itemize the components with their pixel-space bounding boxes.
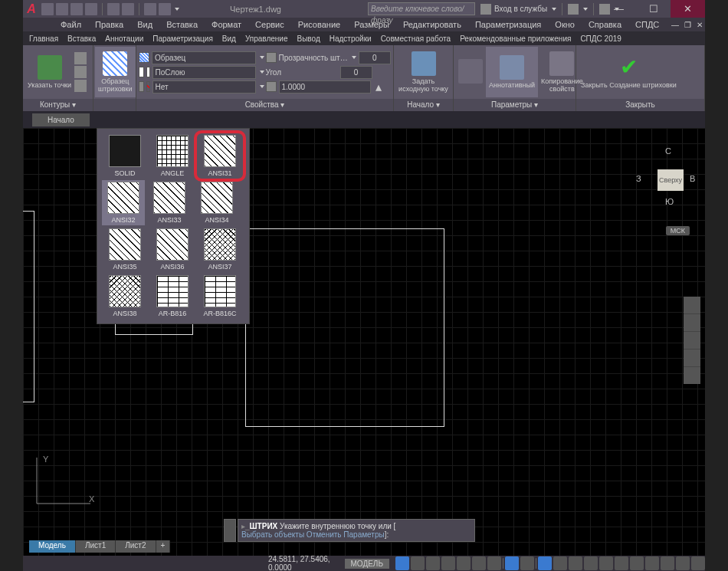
pattern-type-select[interactable]: [152, 51, 256, 64]
rtab-output[interactable]: Вывод: [293, 33, 325, 44]
doc-restore-icon[interactable]: ❐: [682, 19, 693, 30]
cart-icon[interactable]: [568, 4, 579, 15]
associative-button[interactable]: [455, 47, 486, 97]
close-hatch-button[interactable]: ✔ Закрыть Создание штриховки: [578, 47, 680, 97]
viewcube-north[interactable]: С: [665, 146, 671, 156]
transparency-input[interactable]: [359, 51, 391, 64]
login-area[interactable]: Вход в службы: [480, 3, 619, 15]
customize-icon[interactable]: [691, 556, 705, 570]
viewcube-top[interactable]: Сверху: [657, 169, 684, 191]
qat-redo-icon[interactable]: [122, 3, 134, 15]
minimize-button[interactable]: —: [602, 0, 636, 18]
rtab-insert[interactable]: Вставка: [63, 33, 100, 44]
maximize-button[interactable]: ☐: [636, 0, 671, 18]
menu-edit[interactable]: Правка: [88, 18, 130, 31]
rtab-spds[interactable]: СПДС 2019: [576, 33, 625, 44]
menu-format[interactable]: Формат: [205, 18, 248, 31]
pattern-ansi35[interactable]: ANSI35: [103, 228, 146, 271]
command-line-handle[interactable]: [224, 519, 236, 542]
ortho-toggle-icon[interactable]: [426, 556, 440, 570]
view-cube[interactable]: С Ю З В Сверху: [631, 143, 700, 212]
clean-screen-icon[interactable]: [676, 556, 690, 570]
remove-icon[interactable]: [74, 66, 87, 78]
pattern-ansi33[interactable]: ANSI33: [148, 182, 191, 224]
annotative-button[interactable]: Аннотативный: [486, 47, 538, 97]
hatch-color-select[interactable]: [152, 66, 256, 79]
annotation-monitor-icon[interactable]: [584, 556, 598, 570]
pattern-ansi31[interactable]: ANSI31: [198, 135, 241, 177]
rtab-annotate[interactable]: Аннотации: [100, 33, 148, 44]
nav-pan-icon[interactable]: [684, 314, 700, 331]
qat-undo-icon[interactable]: [107, 3, 120, 15]
menu-draw[interactable]: Рисование: [291, 18, 347, 31]
dropdown-icon[interactable]: [260, 85, 264, 88]
drawing-canvas[interactable]: SOLIDANGLEANSI31ANSI32ANSI33ANSI34ANSI35…: [23, 128, 705, 571]
layout-sheet1[interactable]: Лист1: [76, 540, 116, 553]
qat-plot-icon[interactable]: [159, 3, 171, 15]
rtab-collab[interactable]: Совместная работа: [376, 33, 456, 44]
annoscale-icon[interactable]: [538, 556, 552, 570]
menu-help[interactable]: Справка: [582, 18, 628, 31]
recreate-icon[interactable]: [74, 80, 87, 92]
lineweight-toggle-icon[interactable]: [505, 556, 519, 570]
rtab-manage[interactable]: Управление: [241, 33, 293, 44]
snap-toggle-icon[interactable]: [411, 556, 425, 570]
rtab-parametric[interactable]: Параметризация: [148, 33, 218, 44]
lock-ui-icon[interactable]: [630, 556, 644, 570]
isolate-icon[interactable]: [645, 556, 659, 570]
pattern-ansi38[interactable]: ANSI38: [103, 275, 146, 317]
menu-file[interactable]: Файл: [54, 18, 88, 31]
layout-sheet2[interactable]: Лист2: [116, 540, 156, 553]
start-tab[interactable]: Начало: [32, 113, 90, 126]
pattern-solid[interactable]: SOLID: [103, 135, 146, 177]
hardware-accel-icon[interactable]: [661, 556, 674, 570]
hatch-pattern-button[interactable]: Образец штриховки: [95, 47, 136, 97]
rtab-apps[interactable]: Рекомендованные приложения: [455, 33, 576, 44]
menu-modify[interactable]: Редактировать: [396, 18, 468, 31]
panel-properties-title[interactable]: Свойства ▾: [136, 99, 393, 111]
menu-view[interactable]: Вид: [130, 18, 159, 31]
model-space-button[interactable]: МОДЕЛЬ: [345, 559, 389, 569]
nav-wheel-icon[interactable]: [684, 297, 700, 313]
cmd-options[interactable]: Выбрать объекты Отменить Параметры: [241, 530, 385, 539]
select-icon[interactable]: [74, 52, 87, 64]
polar-toggle-icon[interactable]: [441, 556, 455, 570]
viewcube-east[interactable]: В: [690, 174, 695, 183]
autoscale-icon[interactable]: [553, 556, 567, 570]
pattern-ar-b816[interactable]: AR-B816: [151, 275, 194, 317]
wcs-label[interactable]: МСК: [666, 226, 690, 235]
angle-input[interactable]: [340, 66, 372, 79]
osnap-toggle-icon[interactable]: [472, 556, 486, 570]
qat-save-icon[interactable]: [71, 3, 83, 15]
units-icon[interactable]: [599, 556, 613, 570]
qat-open-icon[interactable]: [56, 3, 68, 15]
pattern-ansi32[interactable]: ANSI32: [102, 180, 145, 225]
otrack-toggle-icon[interactable]: [487, 556, 501, 570]
pattern-ar-b816c[interactable]: AR-B816C: [198, 275, 241, 317]
pattern-ansi36[interactable]: ANSI36: [151, 228, 194, 271]
menu-window[interactable]: Окно: [548, 18, 582, 31]
grid-toggle-icon[interactable]: [395, 556, 409, 570]
rtab-home[interactable]: Главная: [25, 33, 63, 44]
doc-minimize-icon[interactable]: —: [670, 19, 680, 30]
viewcube-south[interactable]: Ю: [665, 197, 674, 206]
panel-contours-title[interactable]: Контуры ▾: [23, 99, 93, 111]
layout-model[interactable]: Модель: [29, 540, 76, 553]
scale-input[interactable]: [279, 80, 371, 94]
isodraft-toggle-icon[interactable]: [457, 556, 471, 570]
nav-showmotion-icon[interactable]: [684, 367, 700, 384]
layout-add-button[interactable]: +: [156, 540, 171, 553]
nav-orbit-icon[interactable]: [684, 349, 700, 366]
pattern-ansi37[interactable]: ANSI37: [198, 228, 241, 271]
panel-origin-title[interactable]: Начало ▾: [394, 99, 453, 111]
rtab-addins[interactable]: Надстройки: [325, 33, 376, 44]
dropdown-icon[interactable]: [260, 56, 264, 59]
command-line[interactable]: ▸_ШТРИХ Укажите внутреннюю точку или [ В…: [238, 519, 475, 542]
dropdown-icon[interactable]: [260, 71, 264, 74]
pick-points-button[interactable]: Указать точки: [25, 47, 74, 97]
rtab-view[interactable]: Вид: [218, 33, 241, 44]
transparency-toggle-icon[interactable]: [520, 556, 534, 570]
menu-tools[interactable]: Сервис: [248, 18, 291, 31]
login-dropdown-icon[interactable]: [552, 8, 556, 11]
pattern-angle[interactable]: ANGLE: [151, 135, 194, 177]
